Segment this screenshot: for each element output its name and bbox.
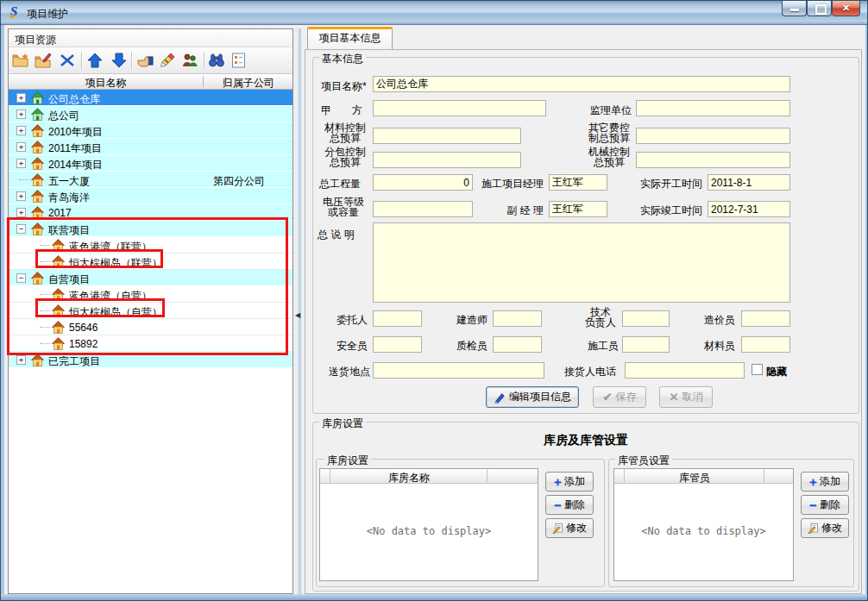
- tree-item-company: 第四分公司: [213, 174, 291, 189]
- tree-item-4[interactable]: +2011年项目: [9, 139, 292, 155]
- subcontract-budget-input[interactable]: [373, 152, 521, 168]
- tree-item-16[interactable]: 15892: [9, 335, 292, 352]
- column-separator: [487, 469, 487, 483]
- machinery-budget-input[interactable]: [636, 152, 790, 168]
- keeper-add-button[interactable]: + 添加: [801, 472, 849, 491]
- close-button[interactable]: ✕: [832, 1, 860, 16]
- keeper-list-header[interactable]: 库管员: [614, 469, 793, 484]
- expander-icon[interactable]: +: [16, 110, 26, 119]
- delivery-address-input[interactable]: [373, 362, 544, 379]
- move-down-icon[interactable]: [110, 52, 128, 69]
- collapse-arrow-icon[interactable]: ◀: [295, 311, 300, 319]
- tree-item-3[interactable]: +2010年项目: [9, 122, 292, 139]
- warehouse-modify-button[interactable]: 修改: [545, 518, 594, 538]
- tree-item-label: 2014年项目: [48, 158, 103, 172]
- hide-checkbox[interactable]: [752, 364, 763, 375]
- warehouse-column-header[interactable]: 库房名称: [331, 471, 487, 485]
- tree-item-8[interactable]: +2017: [9, 204, 292, 221]
- project-name-input[interactable]: [373, 76, 790, 92]
- supervisor-unit-input[interactable]: [636, 100, 790, 116]
- project-resource-panel: 项目资源: [8, 28, 293, 594]
- keeper-column-header[interactable]: 库管员: [626, 471, 764, 485]
- users-icon[interactable]: [181, 52, 198, 69]
- material-officer-input[interactable]: [741, 336, 790, 353]
- move-up-icon[interactable]: [86, 52, 104, 69]
- receiver-phone-input[interactable]: [625, 362, 745, 379]
- safety-officer-input[interactable]: [373, 336, 422, 353]
- expander-icon[interactable]: +: [16, 126, 26, 135]
- house-icon: [31, 91, 44, 104]
- tree-item-6[interactable]: 五一大厦第四分公司: [9, 172, 292, 188]
- other-fee-budget-input[interactable]: [636, 128, 790, 144]
- maximize-button[interactable]: [807, 1, 832, 16]
- tree-item-11[interactable]: 恒大棕榈岛（联营）: [9, 254, 292, 270]
- tree-item-10[interactable]: 蓝色港湾（联营）: [9, 237, 292, 254]
- cancel-button[interactable]: ✕ 取消: [659, 386, 713, 408]
- project-manager-input[interactable]: [549, 174, 607, 191]
- tab-content: 基本信息 项目名称* 甲 方 监理单位 材料控制 总预算 其它费控 制总预算 分…: [305, 49, 862, 594]
- expander-icon[interactable]: +: [16, 208, 26, 217]
- edit-project-button-label: 编辑项目信息: [509, 390, 571, 404]
- house-icon: [31, 206, 44, 219]
- quality-inspector-input[interactable]: [493, 336, 542, 353]
- cost-estimator-label: 造价员: [697, 313, 735, 328]
- edit-project-button[interactable]: 编辑项目信息: [486, 386, 579, 408]
- view-list-icon[interactable]: [230, 52, 248, 69]
- tab-project-basic-info[interactable]: 项目基本信息: [307, 27, 393, 49]
- search-binoculars-icon[interactable]: [208, 52, 225, 69]
- construction-worker-input[interactable]: [622, 336, 670, 353]
- warehouse-list-header[interactable]: 库房名称: [320, 469, 538, 484]
- title-bar[interactable]: S 项目维护: [1, 1, 868, 25]
- tree-item-9[interactable]: −联营项目: [9, 221, 292, 237]
- actual-start-input[interactable]: [708, 174, 790, 191]
- tree-item-15[interactable]: 55646: [9, 319, 292, 335]
- delete-icon[interactable]: [59, 52, 76, 69]
- tree-item-13[interactable]: 蓝色港湾（自营）: [9, 286, 292, 303]
- house-icon: [31, 157, 44, 170]
- maximize-icon: [815, 4, 827, 15]
- party-a-input[interactable]: [373, 100, 546, 116]
- expander-icon[interactable]: −: [16, 273, 26, 283]
- hand-pointer-icon[interactable]: [136, 52, 154, 69]
- tree-item-2[interactable]: +总公司: [9, 106, 292, 122]
- keeper-list[interactable]: 库管员 <No data to display>: [613, 468, 794, 581]
- minimize-button[interactable]: [782, 1, 807, 16]
- tree-item-7[interactable]: +青岛海洋: [9, 188, 292, 204]
- expander-icon[interactable]: −: [16, 224, 26, 234]
- actual-finish-input[interactable]: [708, 201, 790, 217]
- modify-icon: [552, 523, 563, 534]
- keeper-modify-button[interactable]: 修改: [801, 518, 849, 538]
- expander-icon[interactable]: +: [16, 191, 26, 201]
- deputy-manager-input[interactable]: [549, 201, 607, 217]
- tree-item-1[interactable]: +公司总仓库: [9, 90, 292, 106]
- total-quantity-input[interactable]: [373, 174, 473, 191]
- column-header-name[interactable]: 项目名称: [9, 76, 203, 91]
- tree-item-14[interactable]: 恒大棕榈岛（自营）: [9, 303, 292, 319]
- builder-input[interactable]: [493, 310, 542, 327]
- expander-icon[interactable]: +: [16, 93, 26, 103]
- panel-splitter[interactable]: ◀: [293, 28, 305, 594]
- tree-column-headers[interactable]: 项目名称 归属子公司: [9, 74, 292, 90]
- warehouse-add-button[interactable]: + 添加: [545, 472, 594, 491]
- warehouse-remove-button[interactable]: − 删除: [545, 495, 594, 515]
- voltage-input[interactable]: [373, 201, 473, 217]
- keeper-remove-button[interactable]: − 删除: [801, 495, 849, 515]
- tree-item-12[interactable]: −自营项目: [9, 270, 292, 286]
- tree-item-5[interactable]: +2014年项目: [9, 155, 292, 172]
- expander-icon[interactable]: +: [16, 159, 26, 168]
- tree-connector: [40, 261, 50, 262]
- edit-folder-icon[interactable]: [35, 52, 52, 69]
- expander-icon[interactable]: +: [16, 355, 26, 365]
- material-budget-input[interactable]: [373, 128, 521, 144]
- tree-item-17[interactable]: +已完工项目: [9, 352, 292, 368]
- new-folder-icon[interactable]: [12, 52, 29, 69]
- description-textarea[interactable]: [373, 222, 790, 303]
- pencil-eraser-icon[interactable]: [159, 52, 176, 69]
- save-button[interactable]: ✔ 保存: [593, 386, 646, 408]
- tech-lead-input[interactable]: [622, 310, 670, 327]
- expander-icon[interactable]: +: [16, 142, 26, 152]
- client-input[interactable]: [373, 310, 422, 327]
- column-header-company[interactable]: 归属子公司: [204, 76, 293, 91]
- warehouse-list[interactable]: 库房名称 <No data to display>: [319, 468, 538, 581]
- cost-estimator-input[interactable]: [741, 310, 790, 327]
